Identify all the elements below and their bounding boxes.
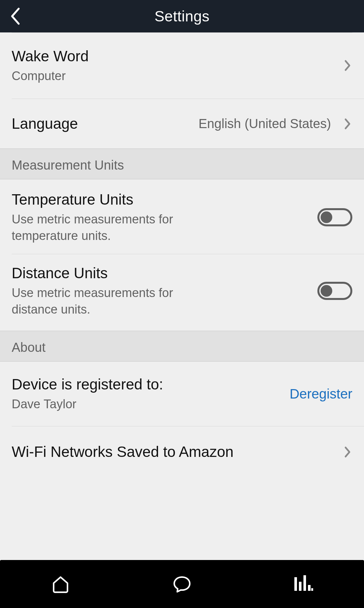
section-title: About xyxy=(12,340,352,355)
section-header-about: About xyxy=(0,331,364,362)
row-language[interactable]: Language English (United States) xyxy=(0,99,364,149)
chat-icon xyxy=(172,574,192,594)
row-temperature-units: Temperature Units Use metric measurement… xyxy=(12,179,364,254)
equalizer-icon xyxy=(293,575,314,593)
chevron-right-icon xyxy=(343,116,352,132)
toggle-knob xyxy=(321,285,332,297)
section-header-measurement: Measurement Units xyxy=(0,149,364,179)
chevron-left-icon xyxy=(9,7,21,26)
chevron-right-icon xyxy=(343,444,352,460)
chevron-right-icon xyxy=(343,57,352,74)
deregister-link[interactable]: Deregister xyxy=(290,386,352,402)
row-registered-to: Device is registered to: Dave Taylor Der… xyxy=(12,362,364,426)
row-subtitle: Use metric measurements for distance uni… xyxy=(12,285,219,318)
svg-rect-2 xyxy=(303,575,306,591)
header: Settings xyxy=(0,0,364,32)
svg-rect-3 xyxy=(308,585,311,591)
row-wake-word[interactable]: Wake Word Computer xyxy=(12,33,364,99)
section-title: Measurement Units xyxy=(12,158,352,173)
row-wifi-networks[interactable]: Wi-Fi Networks Saved to Amazon xyxy=(0,426,364,484)
row-subtitle: Use metric measurements for temperature … xyxy=(12,211,219,244)
row-title: Device is registered to: xyxy=(12,375,283,394)
settings-list: Wake Word Computer Language English (Uni… xyxy=(0,32,364,484)
svg-rect-0 xyxy=(294,577,297,591)
toggle-distance-units[interactable] xyxy=(317,282,352,300)
svg-rect-1 xyxy=(299,582,301,591)
row-title: Distance Units xyxy=(12,264,317,283)
tab-chat[interactable] xyxy=(121,560,243,608)
row-title: Wi-Fi Networks Saved to Amazon xyxy=(12,443,343,461)
row-title: Language xyxy=(12,114,199,133)
tab-equalizer[interactable] xyxy=(243,560,364,608)
toggle-temperature-units[interactable] xyxy=(317,208,352,226)
home-icon xyxy=(50,574,71,594)
row-title: Temperature Units xyxy=(12,190,317,209)
row-value: English (United States) xyxy=(199,116,331,131)
row-distance-units: Distance Units Use metric measurements f… xyxy=(0,254,364,331)
row-subtitle: Computer xyxy=(12,68,219,84)
tab-home[interactable] xyxy=(0,560,121,608)
page-title: Settings xyxy=(0,7,364,25)
row-title: Wake Word xyxy=(12,47,343,66)
svg-rect-4 xyxy=(311,588,313,591)
back-button[interactable] xyxy=(9,0,21,32)
row-subtitle: Dave Taylor xyxy=(12,396,219,412)
toggle-knob xyxy=(321,211,332,223)
tab-bar xyxy=(0,560,364,608)
